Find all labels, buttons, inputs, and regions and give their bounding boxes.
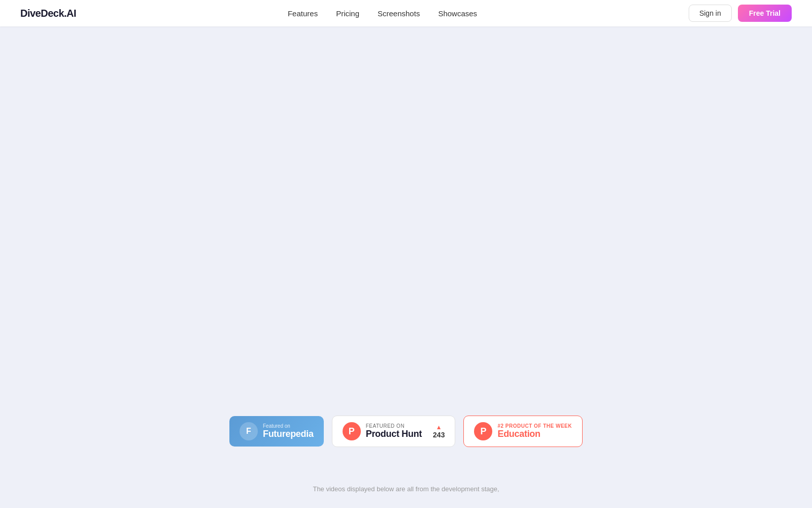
nav-showcases[interactable]: Showcases	[438, 9, 477, 18]
producthunt-vote: ▲ 243	[427, 424, 445, 439]
futurepedia-text-group: Featured on Futurepedia	[263, 423, 314, 439]
producthunt-small-text: FEATURED ON	[366, 423, 422, 429]
site-logo[interactable]: DiveDeck.AI	[20, 8, 76, 19]
navbar: DiveDeck.AI Features Pricing Screenshots…	[0, 0, 812, 26]
education-icon: P	[474, 422, 492, 440]
producthunt-icon: P	[343, 422, 361, 440]
producthunt-badge[interactable]: P FEATURED ON Product Hunt ▲ 243	[332, 416, 456, 447]
futurepedia-main-text: Futurepedia	[263, 429, 314, 439]
nav-links: Features Pricing Screenshots Showcases	[288, 9, 477, 18]
nav-features[interactable]: Features	[288, 9, 318, 18]
badges-section: F Featured on Futurepedia P FEATURED ON …	[229, 416, 583, 447]
nav-screenshots[interactable]: Screenshots	[378, 9, 420, 18]
producthunt-text-group: FEATURED ON Product Hunt	[366, 423, 422, 439]
signin-button[interactable]: Sign in	[689, 5, 732, 22]
navbar-actions: Sign in Free Trial	[689, 5, 792, 22]
nav-pricing[interactable]: Pricing	[336, 9, 359, 18]
futurepedia-badge[interactable]: F Featured on Futurepedia	[229, 416, 324, 447]
vote-arrow-icon: ▲	[436, 424, 442, 431]
free-trial-button[interactable]: Free Trial	[738, 5, 792, 22]
education-main-text: Education	[497, 429, 572, 439]
footer-note: The videos displayed below are all from …	[313, 485, 499, 493]
futurepedia-small-text: Featured on	[263, 423, 314, 429]
education-badge[interactable]: P #2 PRODUCT OF THE WEEK Education	[463, 416, 583, 447]
main-content: F Featured on Futurepedia P FEATURED ON …	[0, 26, 812, 508]
producthunt-main-text: Product Hunt	[366, 429, 422, 439]
vote-count: 243	[433, 431, 445, 439]
education-text-group: #2 PRODUCT OF THE WEEK Education	[497, 423, 572, 439]
futurepedia-icon: F	[240, 422, 258, 440]
education-small-text: #2 PRODUCT OF THE WEEK	[497, 423, 572, 429]
